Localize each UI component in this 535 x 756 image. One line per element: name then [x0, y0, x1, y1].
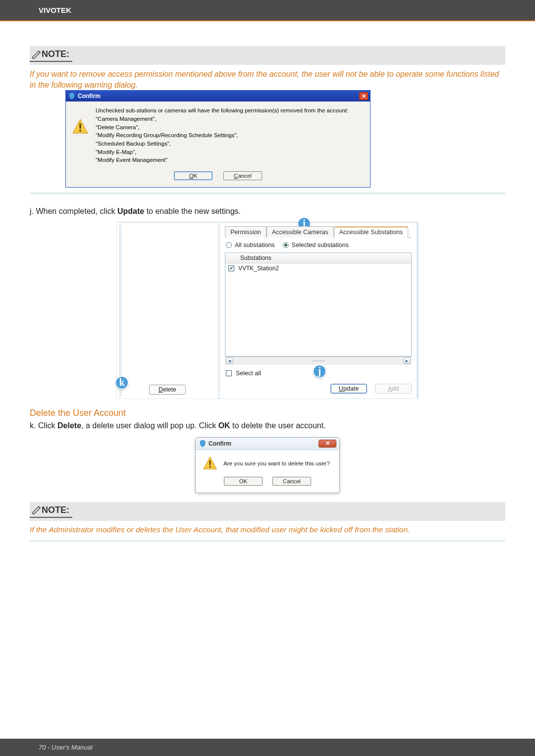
shield-icon [200, 440, 206, 447]
pencil-icon [32, 50, 42, 59]
note-text: If you want to remove access permission … [30, 69, 505, 90]
checkbox-empty-icon[interactable] [226, 370, 232, 376]
svg-point-7 [209, 466, 211, 468]
radio-label: All substations [235, 242, 275, 249]
svg-rect-3 [79, 123, 81, 129]
note-heading: NOTE: [42, 505, 69, 515]
note-text: If the Administrator modifies or deletes… [30, 525, 505, 535]
panel-left-column: k Delete [117, 223, 220, 399]
note-bar: NOTE: [30, 502, 505, 521]
substation-scope-radios: All substations Selected substations [225, 238, 412, 252]
confirm-line: "Modify Recording Group/Recording Schedu… [96, 131, 348, 140]
svg-rect-6 [210, 460, 211, 465]
close-button[interactable]: ✕ [359, 92, 368, 100]
section-divider [30, 540, 505, 542]
scroll-left-icon[interactable]: ◄ [226, 357, 233, 364]
shield-icon [69, 93, 75, 100]
section-divider [30, 193, 505, 194]
page-footer: 70 - User's Manual [0, 739, 535, 756]
confirm-title-bar: Confirm ✕ [66, 91, 370, 101]
ok-button[interactable]: OK [224, 477, 263, 486]
confirm-title-bar: Confirm ✕ [196, 438, 339, 450]
footer-text: 70 - User's Manual [39, 744, 93, 751]
close-x-icon: ✕ [362, 94, 366, 99]
confirm-line: Unchecked sub-stations or cameras will h… [96, 106, 348, 115]
tab-accessible-substations[interactable]: Accessible Substations [334, 226, 409, 238]
svg-line-9 [39, 506, 40, 508]
update-button[interactable]: Update [330, 384, 367, 394]
confirm-line: "Modify Event Management" [96, 156, 348, 164]
tab-permission[interactable]: Permission [225, 226, 267, 238]
tab-bar: Permission Accessible Cameras Accessible… [225, 226, 412, 238]
callout-j: j [313, 364, 326, 378]
ok-button[interactable]: OK [174, 171, 213, 180]
radio-icon [283, 242, 289, 248]
radio-all-substations[interactable]: All substations [226, 242, 275, 249]
warning-icon [72, 118, 89, 135]
checkbox-checked-icon[interactable]: ✔ [228, 265, 234, 271]
confirm-title: Confirm [78, 93, 101, 100]
step-j-text: j. When completed, click Update to enabl… [30, 207, 505, 216]
substations-panel: k Delete i Permission Accessible Cameras… [116, 222, 419, 399]
radio-selected-substations[interactable]: Selected substations [283, 242, 349, 249]
svg-point-4 [79, 130, 81, 132]
add-button: Add [375, 384, 412, 394]
svg-marker-8 [33, 506, 40, 514]
confirm-line: "Modify E-Map", [96, 148, 348, 156]
cancel-button[interactable]: Cancel [272, 477, 311, 486]
svg-marker-0 [33, 51, 40, 58]
warning-icon [203, 456, 217, 471]
tab-accessible-cameras[interactable]: Accessible Cameras [267, 226, 334, 238]
confirm-line: "Delete Camera", [96, 123, 348, 132]
substations-list[interactable]: Substations ✔ VVTK_Station2 [225, 252, 412, 356]
horizontal-scrollbar[interactable]: ◄ ► [225, 356, 412, 365]
scroll-right-icon[interactable]: ► [403, 357, 411, 364]
list-item-label: VVTK_Station2 [238, 265, 279, 272]
confirm-title: Confirm [209, 440, 231, 447]
confirm-dialog-permissions: Confirm ✕ Unchecked sub-stations or came… [65, 90, 371, 188]
delete-account-heading: Delete the User Account [30, 408, 505, 418]
confirm-message: Are you sure you want to delete this use… [223, 460, 330, 466]
header-bar: VIVOTEK [0, 0, 535, 20]
cancel-button[interactable]: Cancel [223, 171, 262, 180]
confirm-body-text: Unchecked sub-stations or cameras will h… [96, 106, 348, 164]
select-all-row[interactable]: Select all j [225, 365, 412, 377]
step-k-text: k. Click Delete, a delete user dialog wi… [30, 421, 505, 430]
column-header: Substations [225, 253, 411, 263]
confirm-line: "Camera Management", [96, 115, 348, 123]
callout-k: k [115, 376, 129, 390]
close-button[interactable]: ✕ [319, 440, 336, 448]
confirm-line: "Scheduled Backup Settings", [96, 140, 348, 148]
radio-label: Selected substations [292, 242, 349, 249]
select-all-label: Select all [236, 370, 261, 377]
note-heading: NOTE: [42, 49, 69, 59]
brand-label: VIVOTEK [39, 6, 525, 14]
panel-left-border [119, 225, 122, 397]
pencil-icon [32, 505, 42, 515]
delete-button[interactable]: Delete [149, 385, 186, 395]
scroll-thumb[interactable] [312, 360, 325, 361]
note-bar: NOTE: [30, 46, 505, 65]
svg-line-1 [39, 51, 40, 52]
confirm-delete-dialog: Confirm ✕ Are you sure you want to delet… [195, 437, 340, 493]
list-item[interactable]: ✔ VVTK_Station2 [225, 263, 411, 273]
radio-icon [226, 242, 232, 248]
